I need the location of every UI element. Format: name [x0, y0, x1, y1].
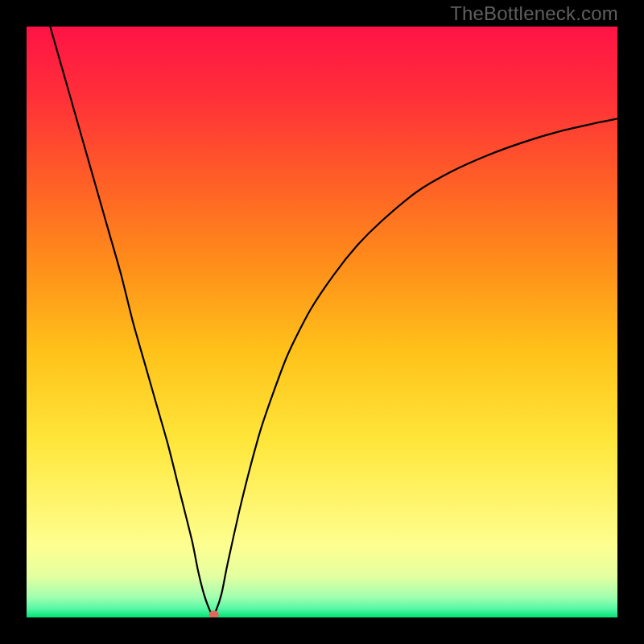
chart-frame: TheBottleneck.com [0, 0, 644, 644]
gradient-background [27, 27, 617, 617]
watermark-text: TheBottleneck.com [450, 2, 618, 25]
plot-area [27, 27, 617, 617]
plot-svg [27, 27, 617, 617]
